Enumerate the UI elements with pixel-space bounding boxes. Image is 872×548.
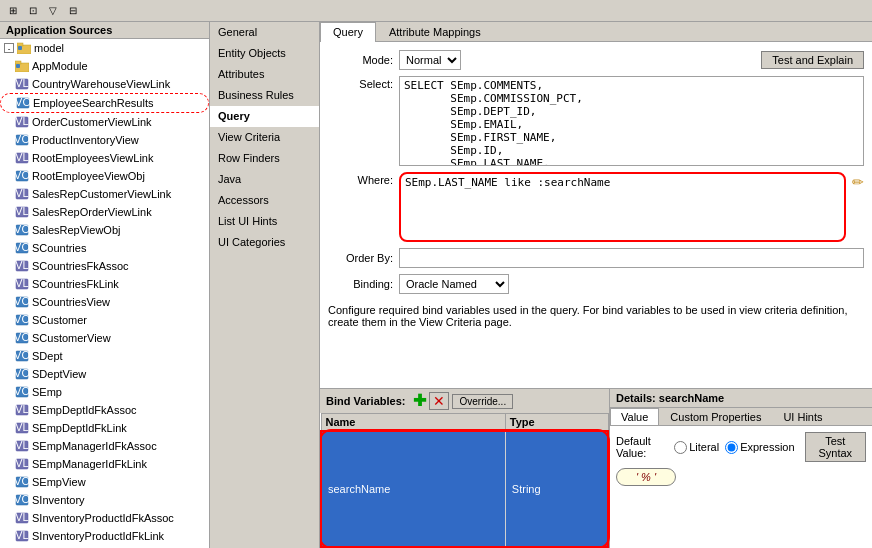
where-container: SEmp.LAST_NAME like :searchName ✏ — [399, 172, 864, 242]
delete-bind-variable-button[interactable]: ✕ — [429, 392, 449, 410]
tree-item-sempview[interactable]: VOSEmpView — [0, 473, 209, 491]
toolbar-btn-1[interactable]: ⊞ — [4, 2, 22, 20]
tree-item-label: SEmpView — [32, 476, 86, 488]
svg-rect-5 — [16, 64, 20, 68]
literal-radio-label[interactable]: Literal — [674, 441, 719, 454]
nav-item-attributes[interactable]: Attributes — [210, 64, 319, 85]
tree-item-sempmanageridfkassoc[interactable]: VLSEmpManagerIdFkAssoc — [0, 437, 209, 455]
tree-item-label: SCountriesView — [32, 296, 110, 308]
bind-variable-name: searchName — [321, 431, 505, 547]
tree-item-scountriesfklink[interactable]: VLSCountriesFkLink — [0, 275, 209, 293]
tree-item-model[interactable]: -model — [0, 39, 209, 57]
tree-item-salesrepviewobj[interactable]: VOSalesRepViewObj — [0, 221, 209, 239]
bind-col-name: Name — [321, 414, 505, 432]
svg-text:VL: VL — [15, 278, 28, 289]
details-tab-value[interactable]: Value — [610, 408, 659, 425]
tree-item-scustomerview[interactable]: VOSCustomerView — [0, 329, 209, 347]
binding-select[interactable]: Oracle Named Oracle Positional JDBC Posi… — [399, 274, 509, 294]
orderby-label: Order By: — [328, 252, 393, 264]
tree-item-scountriesfkassoc[interactable]: VLSCountriesFkAssoc — [0, 257, 209, 275]
nav-item-row-finders[interactable]: Row Finders — [210, 148, 319, 169]
nav-item-query[interactable]: Query — [210, 106, 319, 127]
where-textarea[interactable]: SEmp.LAST_NAME like :searchName — [399, 172, 846, 242]
literal-radio[interactable] — [674, 441, 687, 454]
tab-attribute-mappings[interactable]: Attribute Mappings — [376, 22, 494, 41]
test-explain-button[interactable]: Test and Explain — [761, 51, 864, 69]
where-edit-icon[interactable]: ✏ — [852, 174, 864, 190]
tree-item-label: SEmpDeptIdFkAssoc — [32, 404, 137, 416]
tree-item-semp[interactable]: VOSEmp — [0, 383, 209, 401]
info-text: Configure required bind variables used i… — [328, 300, 864, 332]
nav-item-view-criteria[interactable]: View Criteria — [210, 127, 319, 148]
tree-item-sdept[interactable]: VOSDept — [0, 347, 209, 365]
svg-text:VO: VO — [15, 314, 29, 325]
mode-label: Mode: — [328, 54, 393, 66]
expression-value[interactable]: ' % ' — [616, 468, 676, 486]
nav-item-accessors[interactable]: Accessors — [210, 190, 319, 211]
bind-table-row[interactable]: searchNameString — [321, 431, 608, 547]
svg-text:VO: VO — [15, 332, 29, 343]
tree-item-countrywarehouseviewlink[interactable]: VLCountryWarehouseViewLink — [0, 75, 209, 93]
tree-item-icon-view: VO — [14, 168, 30, 184]
tree-item-sdeptview[interactable]: VOSDeptView — [0, 365, 209, 383]
select-textarea[interactable]: SELECT SEmp.COMMENTS, SEmp.COMMISSION_PC… — [399, 76, 864, 166]
svg-text:VL: VL — [15, 458, 28, 469]
details-tab-custom-properties[interactable]: Custom Properties — [659, 408, 772, 425]
mode-select[interactable]: Normal Expert — [399, 50, 461, 70]
tree-item-rootemployeesviewlink[interactable]: VLRootEmployeesViewLink — [0, 149, 209, 167]
tree-item-sempdeptidfkassoc[interactable]: VLSEmpDeptIdFkAssoc — [0, 401, 209, 419]
svg-text:VL: VL — [15, 260, 28, 271]
nav-item-ui-categories[interactable]: UI Categories — [210, 232, 319, 253]
tree-item-rootemployeeviewobj[interactable]: VORootEmployeeViewObj — [0, 167, 209, 185]
tree-item-label: SEmpDeptIdFkLink — [32, 422, 127, 434]
tree-item-scountries[interactable]: VOSCountries — [0, 239, 209, 257]
add-bind-variable-button[interactable]: ✚ — [413, 393, 426, 409]
tree-item-employeesearchresults[interactable]: VOEmployeeSearchResults — [0, 93, 209, 113]
svg-text:VO: VO — [15, 386, 29, 397]
tree-item-salesreporderviewlink[interactable]: VLSalesRepOrderViewLink — [0, 203, 209, 221]
tree-item-scustomer[interactable]: VOSCustomer — [0, 311, 209, 329]
tree-item-salesrepcustomerviewlink[interactable]: VLSalesRepCustomerViewLink — [0, 185, 209, 203]
expand-icon-model[interactable]: - — [4, 43, 14, 53]
tree-item-productinventoryview[interactable]: VOProductInventoryView — [0, 131, 209, 149]
literal-label: Literal — [689, 441, 719, 453]
details-tabs: Value Custom Properties UI Hints — [610, 408, 872, 426]
svg-text:VO: VO — [15, 494, 29, 505]
bind-variables-title: Bind Variables: — [326, 395, 405, 407]
tree-item-icon-view: VO — [14, 384, 30, 400]
tree-item-icon-module — [14, 58, 30, 74]
tree-item-sinventory[interactable]: VOSInventory — [0, 491, 209, 509]
tree-item-appmodule[interactable]: AppModule — [0, 57, 209, 75]
test-syntax-button[interactable]: Test Syntax — [805, 432, 866, 462]
tree-item-scountriesview[interactable]: VOSCountriesView — [0, 293, 209, 311]
tab-query[interactable]: Query — [320, 22, 376, 42]
tree-item-icon-link: VL — [14, 276, 30, 292]
details-tab-ui-hints[interactable]: UI Hints — [772, 408, 833, 425]
nav-item-general[interactable]: General — [210, 22, 319, 43]
tree-item-sempmanageridfklink[interactable]: VLSEmpManagerIdFkLink — [0, 455, 209, 473]
nav-item-entity-objects[interactable]: Entity Objects — [210, 43, 319, 64]
tree-item-icon-link: VL — [14, 150, 30, 166]
bind-variable-type: String — [505, 431, 608, 547]
orderby-input[interactable] — [399, 248, 864, 268]
tree-item-sinventoryproductidfkassoc[interactable]: VLSInventoryProductIdFkAssoc — [0, 509, 209, 527]
bind-col-type: Type — [505, 414, 608, 432]
toolbar-btn-2[interactable]: ⊡ — [24, 2, 42, 20]
toolbar-btn-3[interactable]: ▽ — [44, 2, 62, 20]
expression-radio-label[interactable]: Expression — [725, 441, 794, 454]
svg-text:VL: VL — [15, 422, 28, 433]
nav-item-java[interactable]: Java — [210, 169, 319, 190]
tree-item-icon-view: VO — [14, 492, 30, 508]
bind-variables-table: Name Type searchNameString — [320, 413, 609, 548]
tree-item-sempdeptidfklink[interactable]: VLSEmpDeptIdFkLink — [0, 419, 209, 437]
override-button[interactable]: Override... — [452, 394, 513, 409]
tree-item-sinventoryproductidfklink[interactable]: VLSInventoryProductIdFkLink — [0, 527, 209, 545]
tree-item-label: EmployeeSearchResults — [33, 97, 153, 109]
nav-item-business-rules[interactable]: Business Rules — [210, 85, 319, 106]
nav-item-list-ui-hints[interactable]: List UI Hints — [210, 211, 319, 232]
toolbar-btn-4[interactable]: ⊟ — [64, 2, 82, 20]
expression-radio[interactable] — [725, 441, 738, 454]
tree-item-ordercustomerviewlink[interactable]: VLOrderCustomerViewLink — [0, 113, 209, 131]
tree-item-label: SEmp — [32, 386, 62, 398]
tree-item-label: SCountries — [32, 242, 86, 254]
